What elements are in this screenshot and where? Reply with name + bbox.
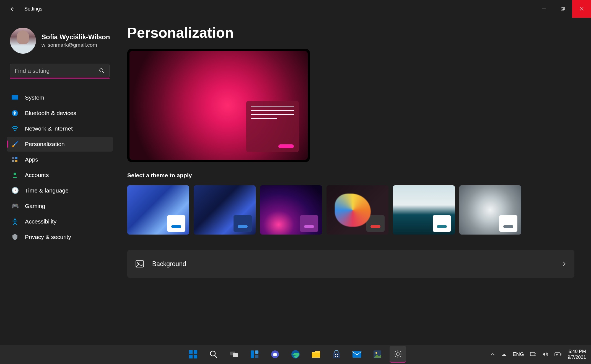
sidebar: Sofia Wyciślik-Wilson wilsonmark@gmail.c… <box>0 18 116 345</box>
taskbar-search[interactable] <box>205 346 222 363</box>
svg-rect-52 <box>555 353 560 356</box>
window-controls <box>535 0 591 18</box>
picture-icon <box>136 260 144 267</box>
svg-line-48 <box>395 356 396 357</box>
maximize-icon <box>561 7 565 11</box>
content: Personalization Select a theme to apply … <box>116 18 591 345</box>
minimize-icon <box>542 7 546 11</box>
theme-glow[interactable] <box>459 185 521 235</box>
theme-flow[interactable] <box>326 185 388 235</box>
nav-label: Bluetooth & devices <box>25 110 76 116</box>
theme-dark-blue[interactable] <box>194 185 256 235</box>
svg-rect-53 <box>561 353 561 355</box>
task-view[interactable] <box>226 346 242 363</box>
clock-date: 9/7/2021 <box>568 354 586 360</box>
svg-rect-3 <box>562 7 564 10</box>
nav-privacy[interactable]: Privacy & security <box>7 230 113 245</box>
svg-rect-50 <box>530 352 535 356</box>
search-accent <box>10 78 110 79</box>
system-tray: ☁ ENG 5:40 PM 9/7/2021 <box>491 349 586 360</box>
chat[interactable] <box>267 346 283 363</box>
nav-label: Network & internet <box>25 125 73 132</box>
nav-accounts[interactable]: Accounts <box>7 168 113 183</box>
svg-rect-38 <box>352 351 361 358</box>
nav-label: Time & language <box>25 187 69 194</box>
paintbrush-icon: 🖌️ <box>11 140 19 148</box>
svg-rect-21 <box>194 355 197 358</box>
bluetooth-icon <box>11 109 19 117</box>
search-input[interactable] <box>10 64 110 78</box>
close-icon <box>579 7 584 11</box>
nav-apps[interactable]: Apps <box>7 152 113 167</box>
maximize-button[interactable] <box>553 0 572 18</box>
nav-gaming[interactable]: 🎮Gaming <box>7 199 113 214</box>
nav-label: System <box>25 94 44 101</box>
back-button[interactable] <box>9 6 15 12</box>
nav-system[interactable]: System <box>7 90 113 105</box>
theme-purple[interactable] <box>260 185 322 235</box>
svg-rect-20 <box>189 355 193 358</box>
svg-point-17 <box>138 262 139 264</box>
profile[interactable]: Sofia Wyciślik-Wilson wilsonmark@gmail.c… <box>7 28 113 54</box>
search-icon <box>99 68 105 74</box>
gamepad-icon: 🎮 <box>11 202 19 210</box>
svg-point-9 <box>14 130 16 131</box>
svg-rect-37 <box>337 356 338 357</box>
svg-rect-30 <box>273 353 277 356</box>
svg-rect-32 <box>312 353 320 358</box>
volume-icon[interactable] <box>542 352 548 357</box>
nav: System Bluetooth & devices Network & int… <box>7 90 113 245</box>
chevron-right-icon <box>562 261 566 267</box>
mail[interactable] <box>349 346 365 363</box>
store[interactable] <box>328 346 345 363</box>
battery-icon[interactable] <box>554 352 562 357</box>
start-button[interactable] <box>185 346 201 363</box>
language-indicator[interactable]: ENG <box>513 351 524 357</box>
background-card[interactable]: Background <box>127 250 574 278</box>
close-button[interactable] <box>572 0 591 18</box>
nav-network[interactable]: Network & internet <box>7 121 113 136</box>
svg-rect-10 <box>12 157 14 159</box>
app-title: Settings <box>24 6 42 12</box>
taskbar-center <box>185 346 406 363</box>
accessibility-icon <box>11 218 19 225</box>
nav-label: Accounts <box>25 172 49 178</box>
search-box[interactable] <box>10 64 110 78</box>
tray-chevron-icon[interactable] <box>491 353 495 356</box>
svg-rect-11 <box>15 157 17 159</box>
apps-icon <box>11 156 19 163</box>
nav-personalization[interactable]: 🖌️Personalization <box>7 137 113 152</box>
page-title: Personalization <box>127 24 580 41</box>
svg-point-40 <box>375 352 377 354</box>
theme-landscape[interactable] <box>393 185 455 235</box>
nav-bluetooth[interactable]: Bluetooth & devices <box>7 106 113 121</box>
svg-rect-28 <box>255 355 258 358</box>
file-explorer[interactable] <box>308 346 324 363</box>
taskbar-settings[interactable] <box>390 346 406 363</box>
photos[interactable] <box>369 346 386 363</box>
nav-accessibility[interactable]: Accessibility <box>7 214 113 229</box>
profile-email: wilsonmark@gmail.com <box>42 42 110 48</box>
nav-time[interactable]: 🕑Time & language <box>7 183 113 198</box>
shield-icon <box>11 233 19 241</box>
svg-line-47 <box>400 356 401 357</box>
svg-rect-2 <box>561 8 564 10</box>
widgets[interactable] <box>246 346 263 363</box>
svg-point-14 <box>14 173 16 175</box>
taskbar: ☁ ENG 5:40 PM 9/7/2021 <box>0 345 591 364</box>
onedrive-icon[interactable]: ☁ <box>501 351 507 358</box>
svg-rect-27 <box>255 350 258 354</box>
nav-label: Personalization <box>25 141 65 147</box>
svg-line-7 <box>103 72 104 73</box>
network-tray-icon[interactable] <box>530 352 536 357</box>
svg-point-15 <box>14 219 16 220</box>
minimize-button[interactable] <box>535 0 553 18</box>
card-label: Background <box>152 260 186 268</box>
clock[interactable]: 5:40 PM 9/7/2021 <box>568 349 586 360</box>
theme-light-blue[interactable] <box>127 185 189 235</box>
nav-label: Apps <box>25 156 38 163</box>
svg-rect-33 <box>333 353 340 358</box>
svg-rect-26 <box>251 350 254 358</box>
desktop-preview <box>127 49 310 162</box>
edge[interactable] <box>287 346 304 363</box>
